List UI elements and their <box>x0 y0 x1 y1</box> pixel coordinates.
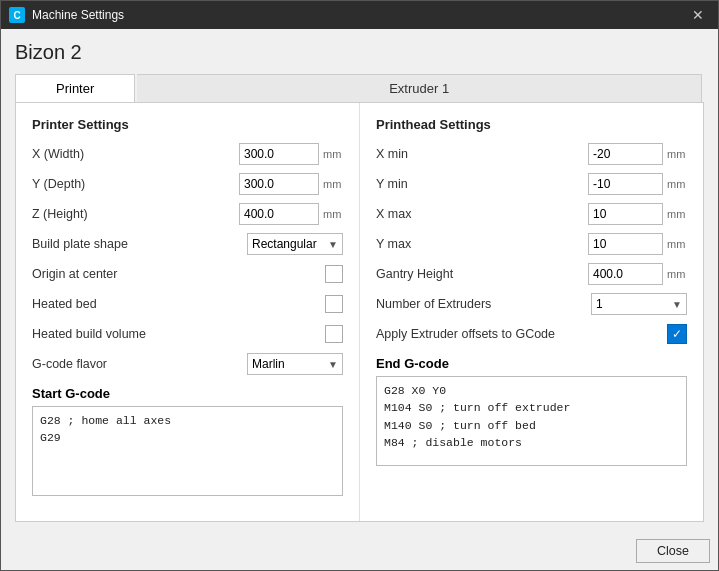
select-wrap-build-plate: Rectangular ▼ <box>247 233 343 255</box>
field-row-gantry: Gantry Height mm <box>376 262 687 286</box>
label-ymin: Y min <box>376 177 588 191</box>
field-row-origin: Origin at center <box>32 262 343 286</box>
input-wrap-z-height: mm <box>239 203 343 225</box>
label-origin: Origin at center <box>32 267 325 281</box>
tab-panels: Printer Settings X (Width) mm Y (Depth) … <box>15 103 704 522</box>
tab-printer[interactable]: Printer <box>15 74 135 102</box>
input-ymax[interactable] <box>588 233 663 255</box>
printer-settings-title: Printer Settings <box>32 117 343 132</box>
label-ymax: Y max <box>376 237 588 251</box>
field-row-ymin: Y min mm <box>376 172 687 196</box>
input-xmin[interactable] <box>588 143 663 165</box>
tab-extruder1[interactable]: Extruder 1 <box>137 74 702 102</box>
field-row-extruder-offsets: Apply Extruder offsets to GCode ✓ <box>376 322 687 346</box>
select-gcode-flavor-value: Marlin <box>252 357 285 371</box>
input-wrap-xmin: mm <box>588 143 687 165</box>
unit-x-width: mm <box>323 148 343 160</box>
field-row-xmax: X max mm <box>376 202 687 226</box>
start-gcode-section: Start G-code G28 ; home all axes G29 <box>32 386 343 499</box>
printhead-settings-title: Printhead Settings <box>376 117 687 132</box>
select-gcode-flavor[interactable]: Marlin ▼ <box>247 353 343 375</box>
unit-z-height: mm <box>323 208 343 220</box>
field-row-xmin: X min mm <box>376 142 687 166</box>
chevron-down-icon-2: ▼ <box>328 359 338 370</box>
field-row-build-plate: Build plate shape Rectangular ▼ <box>32 232 343 256</box>
select-extruders-value: 1 <box>596 297 603 311</box>
input-xmax[interactable] <box>588 203 663 225</box>
checkbox-extruder-offsets[interactable]: ✓ <box>667 324 687 344</box>
input-y-depth[interactable] <box>239 173 319 195</box>
field-row-extruders: Number of Extruders 1 ▼ <box>376 292 687 316</box>
input-wrap-gantry: mm <box>588 263 687 285</box>
checkbox-heated-bed[interactable] <box>325 295 343 313</box>
app-icon: C <box>9 7 25 23</box>
label-xmin: X min <box>376 147 588 161</box>
input-z-height[interactable] <box>239 203 319 225</box>
end-gcode-label: End G-code <box>376 356 687 371</box>
label-extruders: Number of Extruders <box>376 297 591 311</box>
select-wrap-gcode-flavor: Marlin ▼ <box>247 353 343 375</box>
start-gcode-input[interactable]: G28 ; home all axes G29 <box>32 406 343 496</box>
label-xmax: X max <box>376 207 588 221</box>
input-gantry[interactable] <box>588 263 663 285</box>
field-row-heated-volume: Heated build volume <box>32 322 343 346</box>
input-ymin[interactable] <box>588 173 663 195</box>
printer-settings-panel: Printer Settings X (Width) mm Y (Depth) … <box>16 103 360 521</box>
checkbox-heated-volume[interactable] <box>325 325 343 343</box>
input-wrap-ymin: mm <box>588 173 687 195</box>
input-wrap-x-width: mm <box>239 143 343 165</box>
printhead-settings-panel: Printhead Settings X min mm Y min mm <box>360 103 703 521</box>
end-gcode-section: End G-code G28 X0 Y0 M104 S0 ; turn off … <box>376 356 687 469</box>
label-heated-bed: Heated bed <box>32 297 325 311</box>
machine-settings-window: C Machine Settings ✕ Bizon 2 Printer Ext… <box>0 0 719 571</box>
input-wrap-y-depth: mm <box>239 173 343 195</box>
window-title: Machine Settings <box>32 8 686 22</box>
window-close-button[interactable]: ✕ <box>686 5 710 25</box>
label-heated-volume: Heated build volume <box>32 327 325 341</box>
select-build-plate-value: Rectangular <box>252 237 317 251</box>
select-build-plate[interactable]: Rectangular ▼ <box>247 233 343 255</box>
field-row-ymax: Y max mm <box>376 232 687 256</box>
label-z-height: Z (Height) <box>32 207 239 221</box>
select-extruders[interactable]: 1 ▼ <box>591 293 687 315</box>
tabs-row: Printer Extruder 1 <box>15 74 704 103</box>
label-build-plate: Build plate shape <box>32 237 247 251</box>
chevron-down-icon-3: ▼ <box>672 299 682 310</box>
field-row-gcode-flavor: G-code flavor Marlin ▼ <box>32 352 343 376</box>
unit-y-depth: mm <box>323 178 343 190</box>
label-x-width: X (Width) <box>32 147 239 161</box>
unit-xmax: mm <box>667 208 687 220</box>
field-row-x-width: X (Width) mm <box>32 142 343 166</box>
label-extruder-offsets: Apply Extruder offsets to GCode <box>376 327 667 341</box>
unit-ymin: mm <box>667 178 687 190</box>
field-row-heated-bed: Heated bed <box>32 292 343 316</box>
main-content: Bizon 2 Printer Extruder 1 Printer Setti… <box>1 29 718 532</box>
input-wrap-ymax: mm <box>588 233 687 255</box>
input-wrap-xmax: mm <box>588 203 687 225</box>
label-gantry: Gantry Height <box>376 267 588 281</box>
input-x-width[interactable] <box>239 143 319 165</box>
unit-ymax: mm <box>667 238 687 250</box>
label-gcode-flavor: G-code flavor <box>32 357 247 371</box>
unit-xmin: mm <box>667 148 687 160</box>
close-button[interactable]: Close <box>636 539 710 563</box>
field-row-y-depth: Y (Depth) mm <box>32 172 343 196</box>
page-title: Bizon 2 <box>15 41 704 64</box>
end-gcode-input[interactable]: G28 X0 Y0 M104 S0 ; turn off extruder M1… <box>376 376 687 466</box>
field-row-z-height: Z (Height) mm <box>32 202 343 226</box>
unit-gantry: mm <box>667 268 687 280</box>
bottom-bar: Close <box>1 532 718 570</box>
chevron-down-icon: ▼ <box>328 239 338 250</box>
start-gcode-label: Start G-code <box>32 386 343 401</box>
checkbox-origin[interactable] <box>325 265 343 283</box>
title-bar: C Machine Settings ✕ <box>1 1 718 29</box>
label-y-depth: Y (Depth) <box>32 177 239 191</box>
